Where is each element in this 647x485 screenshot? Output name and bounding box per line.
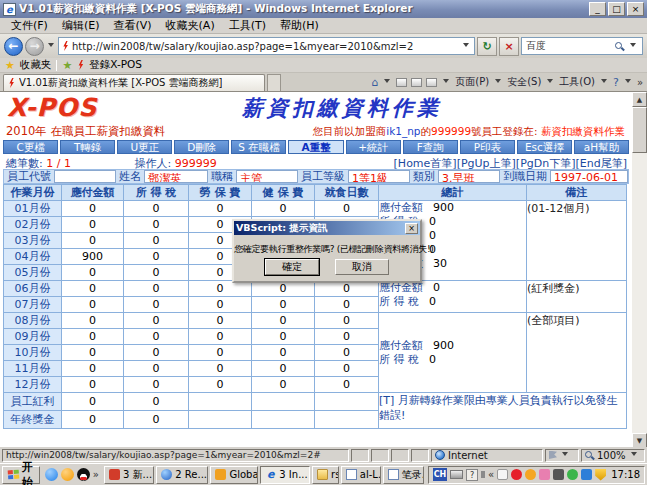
toolbar-button-correct[interactable]: U更正 [117, 140, 172, 154]
close-button[interactable]: × [627, 2, 644, 16]
back-button[interactable]: ← [4, 37, 23, 56]
taskbar-button-group-1[interactable]: 3 新... [104, 466, 154, 484]
maximize-button[interactable]: □ [608, 2, 625, 16]
job-title-field[interactable]: 主管 [236, 170, 298, 183]
toolbar-button-help[interactable]: aH幫助 [574, 140, 629, 154]
help-tray-icon[interactable]: ? [466, 469, 478, 481]
name-field[interactable]: 鄧潔英 [144, 170, 208, 183]
tray-icon[interactable] [497, 469, 508, 480]
help-dropdown-icon[interactable] [625, 79, 631, 86]
taskbar-button-ie-active[interactable]: e 3 In... [260, 466, 310, 484]
quicklaunch-overflow-chevron[interactable]: » [93, 469, 99, 480]
favorites-star-icon[interactable]: ★ [5, 59, 15, 72]
home-icon[interactable]: ⌂ [371, 76, 378, 89]
forward-button[interactable]: → [25, 37, 44, 56]
scrollbar-thumb[interactable] [632, 107, 647, 153]
protected-mode-panel[interactable] [545, 449, 579, 462]
taskbar-button-global[interactable]: Globa... [210, 466, 258, 484]
tray-icon[interactable] [567, 469, 578, 480]
taskbar-button-group-2[interactable]: 2 Re... [156, 466, 208, 484]
toolbar-button-delete[interactable]: D刪除 [174, 140, 229, 154]
toolbar-button-statistics[interactable]: +統計 [346, 140, 401, 154]
favorites-link-xpos[interactable]: 登錄X-POS [89, 58, 142, 72]
dialog-close-button[interactable]: × [405, 223, 418, 234]
zoom-control[interactable]: 100% [581, 449, 645, 462]
value-cell: 0 [189, 329, 252, 345]
tray-icon[interactable] [539, 469, 550, 480]
tray-collapse-chevron[interactable]: « [488, 469, 494, 480]
read-mail-icon[interactable] [411, 78, 422, 87]
hire-date-field[interactable]: 1997-06-01 [550, 170, 628, 183]
home-dropdown-icon[interactable] [384, 79, 390, 86]
tools-menu[interactable]: 工具(O) [559, 75, 595, 89]
safety-menu[interactable]: 安全(S) [507, 75, 541, 89]
stop-button[interactable]: × [499, 37, 519, 56]
employee-id-field[interactable] [54, 170, 116, 183]
dropdown-icon[interactable] [562, 452, 568, 459]
toolbar-button-rebuild[interactable]: A重整 [288, 140, 343, 154]
toolbar-button-query[interactable]: F查詢 [403, 140, 458, 154]
print-dropdown-icon[interactable] [443, 79, 449, 86]
summary-block-all: 應付金額900 所 得 稅0 [379, 313, 527, 393]
start-button[interactable]: 开始 [2, 466, 40, 484]
menu-help[interactable]: 帮助(H) [273, 18, 326, 33]
menu-edit[interactable]: 编辑(E) [55, 18, 107, 33]
tools-dropdown-icon[interactable] [601, 79, 607, 86]
quicklaunch-qq-icon[interactable] [77, 468, 90, 481]
browser-window: e V1.01薪資扣繳資料作業 [X-POS 雲端商務網] - Windows … [0, 0, 647, 485]
taskbar-button-doc-1[interactable]: al-L... [341, 466, 381, 484]
add-favorite-icon[interactable]: ★ [62, 59, 72, 72]
help-icon[interactable]: ? [613, 76, 619, 89]
toolbar-button-print[interactable]: P印表 [460, 140, 515, 154]
tray-icon-qq[interactable] [511, 469, 522, 480]
tab-active[interactable]: V1.01薪資扣繳資料作業 [X-POS 雲端商務網] [3, 74, 265, 91]
grade-field[interactable]: 1等1級 [348, 170, 410, 183]
page-menu[interactable]: 页面(P) [455, 75, 489, 89]
menu-file[interactable]: 文件(F) [4, 18, 55, 33]
toolbar-button-active-file[interactable]: S 在職檔 [231, 140, 286, 154]
safety-dropdown-icon[interactable] [547, 79, 553, 86]
menu-favorites[interactable]: 收藏夹(A) [159, 18, 222, 33]
toolbar-button-update[interactable]: C更檔 [3, 140, 58, 154]
menu-tools[interactable]: 工具(T) [222, 18, 273, 33]
menu-view[interactable]: 查看(V) [106, 18, 158, 33]
summary-value: 0 [433, 281, 440, 294]
security-shield-icon[interactable] [595, 469, 606, 481]
minimize-button[interactable]: _ [589, 2, 606, 16]
quicklaunch-messenger-icon[interactable] [61, 468, 74, 481]
favorites-label[interactable]: 收藏夹 [20, 58, 52, 72]
search-icon[interactable] [615, 42, 624, 51]
toolbar-button-transfer[interactable]: T轉錄 [60, 140, 115, 154]
tray-small-icon[interactable] [481, 471, 485, 478]
month-cell: 01月份 [4, 201, 62, 217]
tray-icon[interactable] [581, 469, 592, 480]
address-input[interactable]: http://win2008/tw/salary/koujiao.asp?pag… [58, 37, 475, 55]
cancel-button[interactable]: 取消 [335, 259, 389, 275]
zoom-dropdown-icon[interactable] [631, 452, 637, 459]
taskbar-button-doc-2[interactable]: 笔录... [383, 466, 424, 484]
page-dropdown-icon[interactable] [495, 79, 501, 86]
quicklaunch-browser-icon[interactable] [45, 468, 58, 481]
overflow-chevron-icon[interactable]: » [637, 77, 643, 88]
printer-tray-icon[interactable] [450, 470, 463, 479]
feeds-icon[interactable] [396, 78, 407, 87]
search-dropdown-icon[interactable] [630, 43, 636, 50]
tray-icon[interactable] [553, 469, 564, 480]
scroll-up-icon[interactable]: ▲ [632, 92, 647, 107]
new-tab-button[interactable] [267, 74, 281, 91]
value-cell: 0 [62, 265, 124, 281]
search-input[interactable]: 百度 [521, 37, 643, 55]
toolbar-button-select[interactable]: Esc選擇 [517, 140, 572, 154]
history-dropdown-icon[interactable] [48, 43, 54, 50]
vertical-scrollbar[interactable]: ▲ ▼ [632, 92, 647, 448]
summary-value: 0 [429, 229, 436, 242]
taskbar-button-folder[interactable]: rs [312, 466, 339, 484]
address-dropdown-icon[interactable] [463, 43, 469, 50]
refresh-button[interactable]: ↻ [477, 37, 497, 56]
language-indicator[interactable]: CH [433, 468, 447, 481]
ok-button[interactable]: 確定 [265, 259, 319, 275]
print-icon[interactable] [426, 78, 437, 87]
tray-icon[interactable] [525, 469, 536, 480]
scroll-down-icon[interactable]: ▼ [632, 433, 647, 448]
category-field[interactable]: 3.早班 [438, 170, 500, 183]
